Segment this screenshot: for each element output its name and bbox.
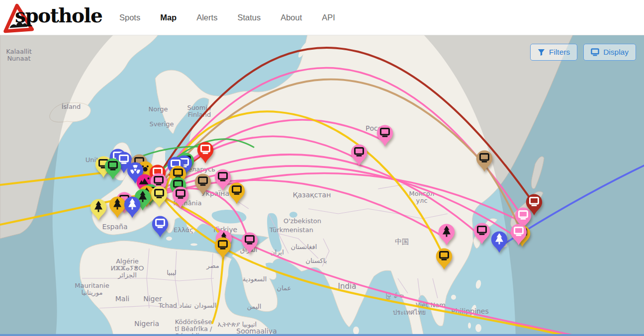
map-pin-monitor[interactable] — [525, 193, 543, 216]
filters-button-label: Filters — [549, 48, 570, 57]
footer-strip — [0, 334, 644, 336]
map-pin-monitor[interactable] — [104, 158, 122, 180]
filters-button[interactable]: Filters — [530, 44, 577, 61]
nav-item-api[interactable]: API — [322, 13, 335, 22]
map-pin-monitor[interactable] — [172, 186, 189, 209]
map-controls: Filters Display — [530, 44, 636, 61]
nav-item-alerts[interactable]: Alerts — [196, 13, 217, 22]
map-pin-monitor[interactable] — [194, 173, 212, 196]
map-pin-monitor[interactable] — [241, 232, 259, 254]
map-pin-monitor[interactable] — [350, 144, 368, 167]
map-pin-monitor[interactable] — [376, 124, 394, 147]
map-pin-monitor[interactable] — [435, 248, 453, 270]
map-pin-tree[interactable] — [90, 198, 107, 221]
nav-item-status[interactable]: Status — [237, 13, 261, 22]
map-pin-tree[interactable] — [123, 196, 141, 219]
spothole-app: { "header": { "brand": "spothole", "nav"… — [0, 0, 644, 336]
display-monitor-icon — [591, 48, 599, 56]
nav-item-spots[interactable]: Spots — [119, 13, 140, 22]
map-pin-monitor[interactable] — [473, 222, 491, 245]
map-pin-monitor[interactable] — [214, 237, 232, 259]
nav-item-about[interactable]: About — [280, 13, 302, 22]
map-pin-tree[interactable] — [438, 223, 456, 246]
map-pin-monitor[interactable] — [475, 150, 493, 172]
map-pin-monitor[interactable] — [151, 215, 169, 238]
main-nav: SpotsMapAlertsStatusAboutAPI — [119, 0, 335, 35]
nav-item-map[interactable]: Map — [160, 13, 177, 22]
map-pin-tree[interactable] — [490, 231, 508, 253]
map-pin-monitor[interactable] — [510, 223, 528, 246]
map-pin-monitor[interactable] — [196, 141, 214, 164]
filter-funnel-icon — [538, 49, 545, 56]
map-pin-monitor[interactable] — [228, 182, 246, 205]
header: spothole SpotsMapAlertsStatusAboutAPI — [0, 0, 644, 35]
display-button[interactable]: Display — [583, 44, 636, 61]
display-button-label: Display — [603, 48, 629, 57]
map-pin-monitor[interactable] — [150, 185, 168, 208]
brand-wordmark[interactable]: spothole — [15, 4, 102, 27]
